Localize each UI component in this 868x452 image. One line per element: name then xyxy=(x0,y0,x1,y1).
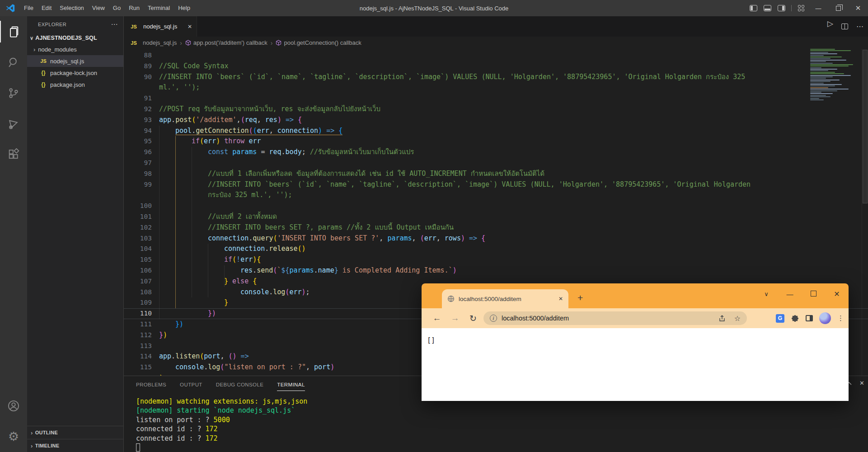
token: query xyxy=(253,234,273,242)
close-button[interactable]: ✕ xyxy=(848,0,868,16)
sidebar-item-node-modules[interactable]: ›node_modules xyxy=(27,43,123,55)
minimap-line xyxy=(810,93,833,94)
extensions-icon[interactable] xyxy=(0,139,27,170)
code-line[interactable]: 102//INSERT INTO beers SET ?, params //ท… xyxy=(124,222,868,233)
terminal-cursor[interactable] xyxy=(136,443,140,452)
line-number: 94 xyxy=(124,126,152,137)
explorer-more-actions-icon[interactable]: ⋯ xyxy=(111,20,118,28)
tab-close-icon[interactable]: ✕ xyxy=(188,24,192,30)
code-line[interactable]: 105if(!err){ xyxy=(124,254,868,265)
browser-close-button[interactable]: ✕ xyxy=(825,290,849,298)
run-debug-icon[interactable] xyxy=(0,108,27,139)
toggle-sidebar-icon[interactable] xyxy=(750,5,757,11)
code-line[interactable]: 95if(err) throw err xyxy=(124,136,868,147)
customize-layout-icon[interactable] xyxy=(798,5,805,12)
minimap-line xyxy=(810,70,828,71)
code-line[interactable]: 98//แบบที่ 1 เลือกเพิ่มหรือลด ข้อมูลที่ต… xyxy=(124,169,868,179)
google-translate-icon[interactable]: G xyxy=(776,314,784,323)
browser-tab-close-icon[interactable]: ✕ xyxy=(558,296,563,302)
sidebar-item-package-lock-json[interactable]: {}package-lock.json xyxy=(27,67,123,79)
symbol-cube-icon xyxy=(185,40,191,46)
code-line[interactable]: 97 xyxy=(124,158,868,169)
toggle-secondary-sidebar-icon[interactable] xyxy=(778,5,785,11)
accounts-icon[interactable] xyxy=(0,391,27,421)
toggle-panel-icon[interactable] xyxy=(764,5,771,11)
code-line[interactable]: 89//SQL Code Syntax xyxy=(124,61,868,72)
code-line[interactable]: 99//INSERT INTO `beers` (`id`, `name`, `… xyxy=(124,179,868,190)
panel-tab-debug-console[interactable]: DEBUG CONSOLE xyxy=(216,378,264,391)
panel-tab-output[interactable]: OUTPUT xyxy=(180,378,202,391)
token: } xyxy=(224,298,228,306)
terminal-text: 5000 xyxy=(214,416,230,424)
panel-close-icon[interactable]: ✕ xyxy=(859,380,864,386)
panel-tab-terminal[interactable]: TERMINAL xyxy=(277,378,305,391)
code-line[interactable]: 94pool.getConnection((err, connection) =… xyxy=(124,126,868,137)
code-line[interactable]: 91 xyxy=(124,93,868,104)
menu-file[interactable]: File xyxy=(20,2,38,14)
explorer-icon[interactable] xyxy=(0,16,27,47)
editor-scrollbar[interactable] xyxy=(862,49,868,376)
minimap[interactable] xyxy=(810,49,861,108)
sidebar-item-package-json[interactable]: {}package.json xyxy=(27,79,123,90)
url-text[interactable]: localhost:5000/additem xyxy=(502,315,569,322)
reload-icon[interactable]: ↻ xyxy=(464,313,482,324)
sidebar-section-outline[interactable]: › OUTLINE xyxy=(27,426,123,439)
menu-selection[interactable]: Selection xyxy=(56,2,88,14)
code-line[interactable]: 104connection.release() xyxy=(124,244,868,254)
panel-tab-problems[interactable]: PROBLEMS xyxy=(136,378,166,391)
browser-minimize-button[interactable]: — xyxy=(778,290,802,298)
code-line[interactable]: กระป๋อง 325 ml.', ''); xyxy=(124,190,868,201)
address-bar[interactable]: i localhost:5000/additem ☆ xyxy=(483,311,747,325)
menu-edit[interactable]: Edit xyxy=(38,2,56,14)
profile-avatar[interactable] xyxy=(819,312,831,324)
new-tab-button[interactable]: + xyxy=(577,292,583,303)
search-icon[interactable] xyxy=(0,47,27,78)
settings-gear-icon[interactable]: ⚙ xyxy=(0,421,27,452)
code-line[interactable]: 88 xyxy=(124,50,868,61)
line-number: 100 xyxy=(124,201,152,212)
minimize-button[interactable]: — xyxy=(808,0,828,16)
tab-search-icon[interactable]: ∨ xyxy=(755,291,778,297)
code-line[interactable]: 96const params = req.body; //รับข้อมูลหน… xyxy=(124,147,868,158)
breadcrumb-item[interactable]: app.post('/additem') callback xyxy=(185,39,267,46)
run-file-icon[interactable] xyxy=(827,24,833,29)
editor-more-actions-icon[interactable]: ⋯ xyxy=(856,22,863,31)
menu-terminal[interactable]: Terminal xyxy=(144,2,174,14)
sidebar-section-timeline[interactable]: › TIMELINE xyxy=(27,439,123,452)
browser-tab[interactable]: localhost:5000/additem ✕ xyxy=(442,289,568,308)
code-line[interactable]: 92//POST req รับข้อมูลมาจากหน้าเว็บ, res… xyxy=(124,104,868,115)
token: . xyxy=(253,266,257,274)
split-editor-icon[interactable] xyxy=(841,24,848,29)
minimap-line xyxy=(810,63,833,64)
forward-icon[interactable]: → xyxy=(446,313,464,323)
restore-button[interactable] xyxy=(828,0,848,16)
menu-view[interactable]: View xyxy=(88,2,109,14)
terminal-output[interactable]: [nodemon] watching extensions: js,mjs,js… xyxy=(124,392,868,452)
code-line[interactable]: 93app.post('/additem',(req, res) => { xyxy=(124,115,868,126)
puzzle-extensions-icon[interactable] xyxy=(791,314,799,323)
menu-run[interactable]: Run xyxy=(125,2,144,14)
breadcrumb-item[interactable]: JSnodejs_sql.js xyxy=(130,39,177,46)
browser-menu-icon[interactable]: ⋮ xyxy=(837,314,844,322)
breadcrumb-item[interactable]: pool.getConnection() callback xyxy=(276,39,361,46)
tab-nodejs-sql[interactable]: JS nodejs_sql.js ✕ xyxy=(124,16,197,37)
code-line[interactable]: 106res.send(`${params.name} is Completed… xyxy=(124,265,868,276)
back-icon[interactable]: ← xyxy=(428,313,446,323)
share-icon[interactable] xyxy=(718,315,726,322)
code-line[interactable]: 90//INSERT INTO `beers` (`id`, `name`, `… xyxy=(124,72,868,83)
code-line[interactable]: 101//แบบที่ 2 เอาทั้งหมด xyxy=(124,212,868,222)
side-panel-icon[interactable] xyxy=(806,315,813,321)
site-info-icon[interactable]: i xyxy=(490,315,497,322)
menu-help[interactable]: Help xyxy=(174,2,194,14)
code-text: if(err) throw err xyxy=(159,136,261,147)
source-control-icon[interactable] xyxy=(0,78,27,108)
code-line[interactable]: ml.', ''); xyxy=(124,82,868,93)
sidebar-item-nodejs-sql-js[interactable]: JSnodejs_sql.js xyxy=(27,55,123,67)
code-line[interactable]: 100 xyxy=(124,201,868,212)
code-line[interactable]: 103connection.query('INSERT INTO beers S… xyxy=(124,233,868,244)
bookmark-star-icon[interactable]: ☆ xyxy=(734,314,741,323)
folder-root[interactable]: ∨ AJNESTNODEJS_SQL xyxy=(27,33,123,43)
browser-maximize-button[interactable] xyxy=(802,290,825,298)
menu-go[interactable]: Go xyxy=(109,2,125,14)
scrollbar-thumb[interactable] xyxy=(863,50,868,203)
